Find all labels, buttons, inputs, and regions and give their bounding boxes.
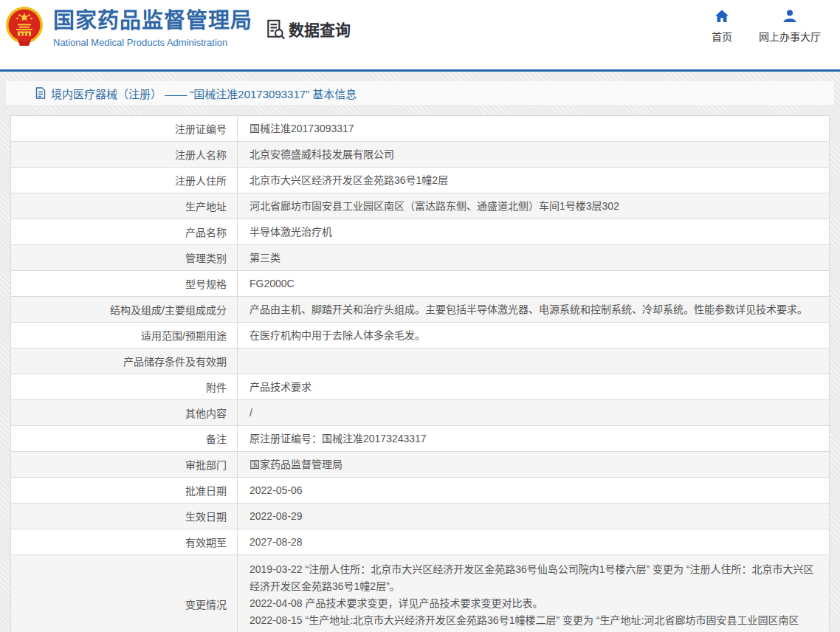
table-row: 其他内容/: [11, 400, 829, 426]
national-emblem-logo: [4, 6, 44, 46]
row-label: 生效日期: [11, 504, 238, 529]
table-row: 型号规格FG2000C: [11, 271, 829, 297]
change-entry: 2019-03-22 “注册人住所：北京市大兴区经济开发区金苑路36号仙岛公司院…: [249, 561, 817, 595]
row-value: 第三类: [238, 245, 829, 270]
row-value: 国家药品监督管理局: [238, 452, 829, 477]
row-value: 在医疗机构中用于去除人体多余毛发。: [238, 323, 829, 348]
table-row: 生效日期2022-08-29: [11, 504, 829, 529]
table-row: 适用范围/预期用途在医疗机构中用于去除人体多余毛发。: [11, 323, 829, 348]
row-label: 产品储存条件及有效期: [11, 348, 238, 374]
row-value: 河北省廊坊市固安县工业园区南区（富达路东侧、通盛道北侧）车间1号楼3层302: [238, 193, 829, 219]
row-label: 管理类别: [11, 245, 238, 270]
row-value: 2019-03-22 “注册人住所：北京市大兴区经济开发区金苑路36号仙岛公司院…: [238, 555, 829, 632]
row-value: FG2000C: [238, 271, 829, 296]
table-row: 生产地址河北省廊坊市固安县工业园区南区（富达路东侧、通盛道北侧）车间1号楼3层3…: [11, 193, 829, 219]
document-icon: [35, 87, 46, 99]
top-nav: 首页 网上办事大厅: [712, 9, 821, 44]
home-icon: [715, 9, 729, 24]
table-row: 产品储存条件及有效期: [11, 348, 829, 374]
row-value: 北京安德盛威科技发展有限公司: [238, 142, 829, 167]
change-entry: 2022-08-15 “生产地址:北京市大兴经济开发区金苑路36号1幢楼二层” …: [249, 612, 817, 632]
row-label: 产品名称: [11, 219, 238, 244]
row-value: 北京市大兴区经济开发区金苑路36号1幢2层: [238, 168, 829, 193]
row-value: 2022-08-29: [238, 504, 829, 529]
table-row: 注册证编号国械注准20173093317: [11, 116, 829, 142]
site-subtitle: National Medical Products Administration: [53, 37, 252, 48]
table-row: 有效期至2027-08-28: [11, 529, 829, 555]
data-query-label: 数据查询: [289, 18, 351, 40]
row-label: 批准日期: [11, 478, 238, 503]
page-title-bar: 境内医疗器械（注册） —— “国械注准20173093317” 基本信息: [6, 81, 834, 105]
table-row: 附件产品技术要求: [11, 374, 829, 400]
page-title: 境内医疗器械（注册） —— “国械注准20173093317” 基本信息: [51, 86, 357, 101]
row-value: 产品技术要求: [238, 374, 829, 399]
row-label: 审批部门: [11, 452, 238, 477]
row-value: 2027-08-28: [238, 529, 829, 554]
brand[interactable]: 国家药品监督管理局 National Medical Products Admi…: [4, 3, 252, 48]
table-row: 备注原注册证编号：国械注准20173243317: [11, 426, 829, 452]
table-row: 结构及组成/主要组成成分产品由主机、脚踏开关和治疗头组成。主要包括半导体激光器、…: [11, 297, 829, 323]
row-value: 国械注准20173093317: [238, 116, 829, 141]
row-label: 结构及组成/主要组成成分: [11, 297, 238, 322]
row-label: 适用范围/预期用途: [11, 323, 238, 348]
user-icon: [782, 9, 797, 24]
nav-home-label: 首页: [712, 29, 732, 44]
row-label: 备注: [11, 426, 238, 451]
table-row: 产品名称半导体激光治疗机: [11, 219, 829, 245]
table-row: 注册人名称北京安德盛威科技发展有限公司: [11, 142, 829, 168]
row-label: 有效期至: [11, 529, 238, 554]
row-label: 变更情况: [11, 555, 238, 632]
info-table: 注册证编号国械注准20173093317注册人名称北京安德盛威科技发展有限公司注…: [10, 115, 830, 632]
row-label: 附件: [11, 374, 238, 399]
row-label: 其他内容: [11, 400, 238, 425]
nav-home[interactable]: 首页: [712, 9, 732, 44]
row-value: 2022-05-06: [238, 478, 829, 503]
data-query-nav[interactable]: 数据查询: [264, 18, 351, 40]
nav-online-hall-label: 网上办事大厅: [759, 29, 821, 44]
row-value: 产品由主机、脚踏开关和治疗头组成。主要包括半导体激光器、电源系统和控制系统、冷却…: [238, 297, 829, 322]
table-row: 管理类别第三类: [11, 245, 829, 271]
header-divider: [0, 69, 840, 72]
table-row: 变更情况2019-03-22 “注册人住所：北京市大兴区经济开发区金苑路36号仙…: [11, 555, 829, 632]
change-entry: 2022-04-08 产品技术要求变更，详见产品技术要求变更对比表。: [249, 595, 817, 612]
nav-online-hall[interactable]: 网上办事大厅: [759, 9, 821, 44]
row-label: 注册证编号: [11, 116, 238, 141]
row-label: 型号规格: [11, 271, 238, 296]
table-row: 审批部门国家药品监督管理局: [11, 452, 829, 478]
row-value: 半导体激光治疗机: [238, 219, 829, 244]
row-value: /: [238, 400, 829, 425]
document-search-icon: [264, 18, 286, 40]
site-title: 国家药品监督管理局: [53, 3, 252, 34]
row-label: 注册人名称: [11, 142, 238, 167]
site-header: 国家药品监督管理局 National Medical Products Admi…: [0, 0, 840, 69]
row-value: 原注册证编号：国械注准20173243317: [238, 426, 829, 451]
table-row: 批准日期2022-05-06: [11, 478, 829, 504]
row-label: 注册人住所: [11, 168, 238, 193]
row-value: [238, 348, 829, 374]
table-row: 注册人住所北京市大兴区经济开发区金苑路36号1幢2层: [11, 168, 829, 193]
row-label: 生产地址: [11, 193, 238, 219]
